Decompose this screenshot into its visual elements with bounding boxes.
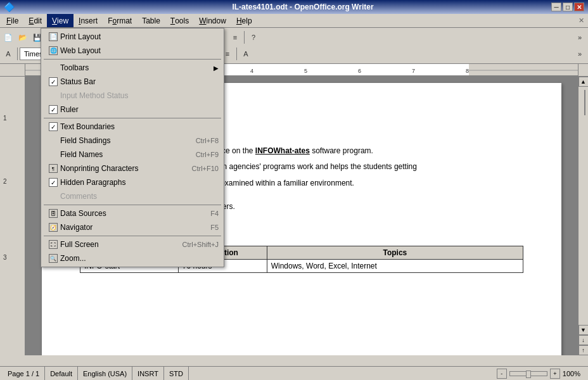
style-button[interactable]: A: [1, 47, 15, 61]
menu-tools[interactable]: Tools: [165, 14, 194, 27]
web-layout-check: 🌐: [46, 46, 60, 55]
left-margin: 1 2 3: [0, 77, 25, 355]
menu-zoom[interactable]: 🔍 Zoom...: [41, 251, 224, 265]
zoom-check-space: 🔍: [46, 254, 60, 263]
menu-insert[interactable]: Insert: [74, 14, 103, 27]
menu-field-shadings[interactable]: Field Shadings Ctrl+F8: [41, 134, 224, 148]
svg-text:4: 4: [250, 68, 253, 74]
nonprinting-shortcut: Ctrl+F10: [192, 165, 219, 172]
statusbar: Page 1 / 1 Default English (USA) INSRT S…: [0, 366, 588, 380]
toolbars-arrow: ▶: [214, 65, 219, 72]
web-layout-icon: 🌐: [49, 46, 58, 55]
style-name: Default: [45, 367, 78, 380]
line-num-3: 3: [3, 254, 7, 261]
menu-format[interactable]: Format: [103, 14, 137, 27]
menu-file[interactable]: File: [1, 14, 23, 27]
fullscreen-shortcut: Ctrl+Shift+J: [182, 241, 219, 248]
menu-data-sources[interactable]: 🗄 Data Sources F4: [41, 206, 224, 220]
zoom-slider-thumb[interactable]: [526, 370, 531, 378]
fullscreen-label: Full Screen: [60, 240, 176, 249]
menu-hidden-paragraphs[interactable]: ✓ Hidden Paragraphs: [41, 175, 224, 189]
page-count: Page 1 / 1: [3, 367, 45, 380]
fullscreen-icon: ⛶: [49, 240, 58, 249]
hidden-para-check: ✓: [46, 178, 60, 187]
zoom-controls: - + 100%: [497, 369, 580, 379]
table-cell-topics: Windows, Word, Excel, Internet: [267, 259, 523, 272]
scroll-thumb[interactable]: [584, 90, 585, 115]
menu-text-boundaries[interactable]: ✓ Text Boundaries: [41, 120, 224, 134]
comments-label: Comments: [60, 192, 219, 201]
menu-sep-4: [44, 236, 221, 236]
web-layout-label: Web Layout: [60, 46, 219, 55]
scroll-top-button[interactable]: ↑: [578, 345, 589, 355]
menu-window[interactable]: Window: [194, 14, 231, 27]
ruler-corner: [0, 64, 25, 76]
hidden-para-checkbox: ✓: [49, 178, 58, 187]
navigator-label: Navigator: [60, 223, 204, 232]
svg-text:7: 7: [412, 68, 415, 74]
maximize-button[interactable]: □: [563, 3, 573, 11]
ruler-check: ✓: [46, 105, 60, 114]
menu-table[interactable]: Table: [137, 14, 165, 27]
menu-nonprinting[interactable]: ¶ Nonprinting Characters Ctrl+F10: [41, 162, 224, 175]
table-header-topics: Topics: [267, 246, 523, 259]
nonprinting-icon: ¶: [49, 164, 58, 173]
zoom-in-button[interactable]: +: [550, 369, 560, 379]
toolbar2-extend-button[interactable]: »: [573, 47, 587, 61]
menu-fullscreen[interactable]: ⛶ Full Screen Ctrl+Shift+J: [41, 238, 224, 251]
help-button[interactable]: ?: [246, 30, 260, 44]
data-sources-check-space: 🗄: [46, 209, 60, 218]
menu-sep-3: [44, 205, 221, 205]
table-menu-label: Table: [142, 16, 160, 25]
menu-status-bar[interactable]: ✓ Status Bar: [41, 75, 224, 89]
menu-sep-1: [44, 59, 221, 60]
scroll-bottom-button[interactable]: ↓: [578, 335, 589, 345]
status-bar-check: ✓: [46, 77, 60, 86]
toolbar-sep-11: [236, 48, 237, 60]
menu-web-layout[interactable]: 🌐 Web Layout: [41, 44, 224, 58]
menu-field-names[interactable]: Field Names Ctrl+F9: [41, 148, 224, 162]
print-layout-check: 📄: [46, 32, 60, 41]
line-num-1: 1: [3, 115, 7, 122]
zoom-slider-track[interactable]: [509, 371, 547, 376]
menu-sep-2: [44, 118, 221, 118]
text-boundaries-label: Text Boundaries: [60, 122, 219, 131]
minimize-button[interactable]: ─: [551, 3, 561, 11]
right-scrollbar[interactable]: ▲ ▼ ↓ ↑: [578, 77, 588, 355]
menu-print-layout[interactable]: 📄 Print Layout: [41, 30, 224, 44]
menu-view[interactable]: View: [47, 14, 74, 27]
data-sources-label: Data Sources: [60, 209, 204, 218]
open-button[interactable]: 📂: [16, 30, 30, 44]
toolbar-sep-8: [17, 48, 18, 60]
window-title: IL-ates4101.odt - OpenOffice.org Writer: [54, 3, 551, 11]
scroll-up-button[interactable]: ▲: [578, 77, 589, 87]
doc-link: INFOWhat-ates: [255, 146, 310, 155]
navigator-check-space: 🧭: [46, 223, 60, 232]
svg-text:5: 5: [304, 68, 307, 74]
titlebar: 🔷 IL-ates4101.odt - OpenOffice.org Write…: [0, 0, 588, 14]
svg-text:6: 6: [358, 68, 361, 74]
new-button[interactable]: 📄: [1, 30, 15, 44]
hidden-paragraphs-label: Hidden Paragraphs: [60, 178, 219, 187]
menu-help[interactable]: Help: [231, 14, 257, 27]
data-sources-shortcut: F4: [210, 210, 219, 217]
ruler-scrollbar-area: [578, 64, 588, 76]
insert-rows-button[interactable]: ≡: [228, 30, 242, 44]
font-color-button[interactable]: A: [239, 47, 253, 61]
fullscreen-check-space: ⛶: [46, 240, 60, 249]
menu-ruler[interactable]: ✓ Ruler: [41, 103, 224, 117]
menu-navigator[interactable]: 🧭 Navigator F5: [41, 220, 224, 234]
menu-toolbars[interactable]: Toolbars ▶: [41, 61, 224, 75]
nonprinting-label: Nonprinting Characters: [60, 164, 186, 173]
menu-edit[interactable]: Edit: [23, 14, 47, 27]
language-status: English (USA): [78, 367, 132, 380]
toolbar-extend-button[interactable]: »: [573, 30, 587, 44]
toolbar-sep-7: [244, 31, 245, 44]
zoom-out-button[interactable]: -: [497, 369, 507, 379]
status-bar-label: Status Bar: [60, 77, 219, 86]
std-status: STD: [164, 367, 189, 380]
close-button[interactable]: ✕: [574, 3, 584, 11]
scroll-down-button[interactable]: ▼: [578, 325, 589, 335]
zoom-level: 100%: [563, 370, 580, 377]
window-controls[interactable]: ─ □ ✕: [551, 3, 584, 11]
